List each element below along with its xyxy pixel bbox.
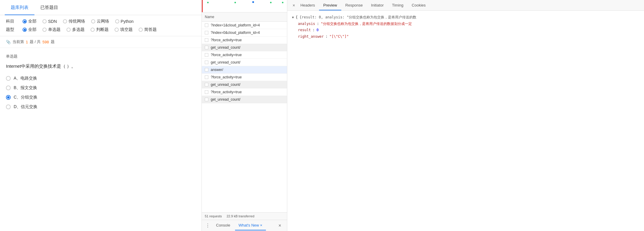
network-item-4[interactable]: ?force_activity=true bbox=[202, 51, 287, 59]
network-item-9[interactable]: ?force_activity=true bbox=[202, 88, 287, 96]
network-item-2[interactable]: ?force_activity=true bbox=[202, 37, 287, 44]
answer-option-c[interactable]: C、分组交换 bbox=[6, 95, 196, 100]
type-option-multi[interactable]: 多选题 bbox=[66, 27, 85, 32]
answer-option-a[interactable]: A、电路交换 bbox=[6, 76, 196, 81]
requests-count: 51 requests bbox=[205, 214, 222, 218]
tab-initiator[interactable]: Initiator bbox=[367, 1, 388, 10]
radio-type-all bbox=[23, 28, 27, 32]
network-item-5[interactable]: get_unread_count/ bbox=[202, 59, 287, 66]
checkbox-7[interactable] bbox=[205, 75, 208, 79]
quiz-progress-info: 📎 当前第 1 题 / 共 598 题 bbox=[0, 36, 202, 48]
subject-option-sdn[interactable]: SDN bbox=[42, 19, 57, 24]
network-list-header: Name bbox=[202, 12, 287, 22]
checkbox-10[interactable] bbox=[205, 98, 208, 101]
checkbox-1[interactable] bbox=[205, 31, 208, 34]
json-analysis-line: analysis : "分组交换也称为包交换，是将用户传送的数据划分成一定 bbox=[292, 21, 639, 27]
checkbox-3[interactable] bbox=[205, 46, 208, 49]
type-option-judge[interactable]: 判断题 bbox=[91, 27, 109, 32]
checkbox-2[interactable] bbox=[205, 38, 208, 42]
chart-dot-1 bbox=[207, 2, 209, 3]
tab-console[interactable]: Console bbox=[212, 221, 234, 230]
radio-sdn bbox=[42, 19, 47, 23]
json-result-line: result : 0 bbox=[292, 27, 639, 34]
name-column-header: Name bbox=[205, 15, 214, 19]
tab-headers[interactable]: Headers bbox=[296, 1, 319, 10]
checkbox-5[interactable] bbox=[205, 61, 208, 64]
quiz-filters: 科目 全部 SDN 传统网络 云网络 bbox=[0, 15, 202, 36]
preview-content-area: ▼ { {result: 0, analysis: "分组交换也称为包交换，是将… bbox=[287, 11, 644, 231]
question-area: 单选题 Internet中采用的交换技术是（ ）。 A、电路交换 B、报文交换 … bbox=[0, 48, 202, 231]
subject-option-traditional[interactable]: 传统网络 bbox=[63, 19, 85, 24]
radio-essay bbox=[139, 28, 143, 32]
checkbox-8[interactable] bbox=[205, 83, 208, 86]
preview-panel: × Headers Preview Response Initiator Tim… bbox=[287, 0, 644, 231]
network-chart bbox=[202, 0, 287, 12]
paperclip-icon: 📎 bbox=[6, 40, 11, 44]
checkbox-answer[interactable] bbox=[205, 68, 208, 72]
current-question-number: 1 bbox=[26, 40, 28, 44]
json-collapse-arrow[interactable]: ▼ bbox=[292, 15, 294, 20]
subject-option-all[interactable]: 全部 bbox=[23, 19, 37, 24]
type-option-all[interactable]: 全部 bbox=[23, 27, 37, 32]
subject-radio-group: 全部 SDN 传统网络 云网络 Python bbox=[23, 19, 134, 24]
answer-option-b[interactable]: B、报文交换 bbox=[6, 85, 196, 91]
type-option-single[interactable]: 单选题 bbox=[42, 27, 61, 32]
devtools-tabs-bar: × Headers Preview Response Initiator Tim… bbox=[287, 0, 644, 11]
radio-c bbox=[6, 95, 11, 100]
radio-all-checked bbox=[23, 19, 27, 23]
tab-whats-new[interactable]: What's New × bbox=[235, 221, 266, 230]
network-item-1[interactable]: ?index=0&cloud_platform_id=4 bbox=[202, 29, 287, 37]
network-request-list: ?index=1&cloud_platform_id=4 ?index=0&cl… bbox=[202, 22, 287, 212]
devtools-tab-close[interactable]: × bbox=[291, 2, 296, 9]
devtools-close-button[interactable]: × bbox=[276, 222, 283, 229]
checkbox-4[interactable] bbox=[205, 53, 208, 57]
network-item-8[interactable]: get_unread_count/ bbox=[202, 81, 287, 88]
json-right-answer-line: right_answer : "[\"C\"]" bbox=[292, 34, 639, 40]
question-text: Internet中采用的交换技术是（ ）。 bbox=[6, 63, 196, 70]
radio-judge bbox=[91, 28, 95, 32]
subject-option-cloud[interactable]: 云网络 bbox=[91, 19, 109, 24]
subject-option-python[interactable]: Python bbox=[115, 19, 134, 24]
more-options-icon[interactable]: ⋮ bbox=[205, 223, 210, 228]
chart-dot-5 bbox=[282, 2, 283, 3]
checkbox-9[interactable] bbox=[205, 90, 208, 94]
question-type: 单选题 bbox=[6, 54, 196, 59]
type-option-fill[interactable]: 填空题 bbox=[115, 27, 133, 32]
tab-answered[interactable]: 已答题目 bbox=[34, 0, 64, 15]
tab-response[interactable]: Response bbox=[341, 1, 367, 10]
chart-dot-3 bbox=[252, 1, 254, 3]
type-option-essay[interactable]: 简答题 bbox=[139, 27, 157, 32]
network-item-7[interactable]: ?force_activity=true bbox=[202, 74, 287, 81]
radio-fill bbox=[115, 28, 119, 32]
radio-single bbox=[42, 28, 47, 32]
subject-label: 科目 bbox=[6, 19, 17, 24]
tab-preview[interactable]: Preview bbox=[319, 1, 341, 10]
network-item-0[interactable]: ?index=1&cloud_platform_id=4 bbox=[202, 22, 287, 29]
total-question-count: 598 bbox=[42, 40, 49, 44]
tab-cookies[interactable]: Cookies bbox=[407, 1, 430, 10]
radio-b bbox=[6, 86, 11, 90]
quiz-tabs: 题库列表 已答题目 bbox=[0, 0, 202, 15]
tab-quiz-list[interactable]: 题库列表 bbox=[5, 0, 34, 15]
network-status-bar: 51 requests 22.9 kB transferred bbox=[202, 212, 287, 220]
tab-timing[interactable]: Timing bbox=[388, 1, 408, 10]
network-item-3[interactable]: get_unread_count/ bbox=[202, 44, 287, 51]
chart-dot-2 bbox=[234, 2, 236, 3]
bottom-tabs-bar: ⋮ Console What's New × × bbox=[202, 220, 287, 231]
type-label: 题型 bbox=[6, 27, 17, 32]
chart-red-line bbox=[202, 0, 203, 12]
network-item-answer[interactable]: answer/ bbox=[202, 66, 287, 74]
checkbox-0[interactable] bbox=[205, 23, 208, 27]
radio-traditional bbox=[63, 19, 67, 23]
type-filter-row: 题型 全部 单选题 多选题 判断题 bbox=[6, 27, 196, 32]
answer-option-d[interactable]: D、信元交换 bbox=[6, 104, 196, 110]
radio-python bbox=[115, 19, 119, 23]
radio-d bbox=[6, 105, 11, 109]
network-item-10[interactable]: get_unread_count/ bbox=[202, 96, 287, 103]
subject-filter-row: 科目 全部 SDN 传统网络 云网络 bbox=[6, 19, 196, 24]
chart-dot-4 bbox=[270, 2, 272, 3]
radio-multi bbox=[66, 28, 71, 32]
radio-cloud bbox=[91, 19, 95, 23]
type-radio-group: 全部 单选题 多选题 判断题 填空题 bbox=[23, 27, 157, 32]
radio-a bbox=[6, 76, 11, 81]
